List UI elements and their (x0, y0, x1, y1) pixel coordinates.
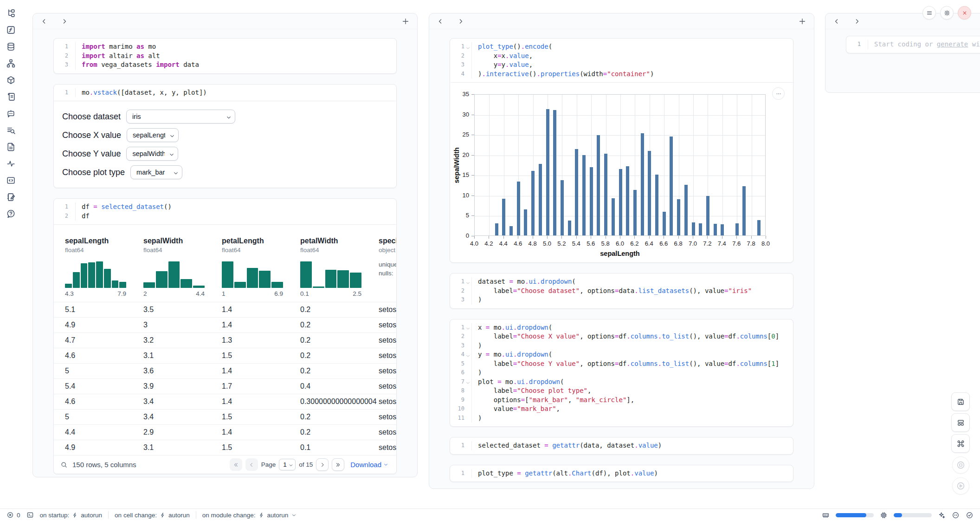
code-editor[interactable]: 1plot_type().encode(2 x=x.value,3 y=y.va… (450, 39, 793, 82)
code-line[interactable]: 1plot_type().encode( (450, 42, 793, 52)
column-prev-button[interactable] (437, 18, 444, 25)
sidebar-activity-pulse-button[interactable] (6, 159, 16, 169)
code-line[interactable]: 4).interactive().properties(width="conta… (450, 70, 793, 79)
column-header-petalWidth[interactable]: petalWidthfloat640.12.5 (300, 237, 379, 302)
code-line[interactable]: 7plot = mo.ui.dropdown( (450, 378, 793, 387)
column-prev-button[interactable] (40, 18, 48, 25)
code-editor[interactable]: 1x = mo.ui.dropdown(2 label="Choose X va… (450, 319, 793, 427)
sidebar-document-button[interactable] (6, 142, 16, 152)
code-line[interactable]: 8 label="Choose plot type", (450, 386, 793, 396)
sidebar-database-button[interactable] (6, 42, 16, 52)
sidebar-notebook-pencil-button[interactable] (6, 192, 16, 202)
on-cell-change-setting[interactable]: on cell change: autorun (115, 512, 190, 519)
add-cell-button[interactable] (798, 17, 806, 26)
code-line[interactable]: 1plot_type = getattr(alt.Chart(df), plot… (450, 469, 793, 478)
code-line[interactable]: 1x = mo.ui.dropdown( (450, 323, 793, 332)
 (465, 335, 471, 339)
code-editor[interactable]: 1dataset = mo.ui.dropdown(2 label="Choos… (450, 274, 793, 308)
settings-button[interactable] (940, 6, 954, 20)
table-cell: 0.30000000000000004 (300, 397, 379, 406)
first-page-button[interactable] (230, 458, 242, 471)
code-line[interactable]: 1import marimo as mo (54, 42, 396, 52)
chart-y-tick-label: 30 (450, 111, 469, 118)
code-editor[interactable]: 1 Start coding or generate with AI (846, 36, 980, 53)
table-cell: 3.1 (143, 443, 222, 452)
code-line[interactable]: 3 y=y.value, (450, 60, 793, 70)
save-button[interactable] (951, 392, 970, 411)
add-cell-button[interactable] (401, 17, 410, 26)
sidebar-list-search-button[interactable] (6, 125, 16, 135)
sidebar-chat-bot-button[interactable] (6, 109, 16, 118)
code-line[interactable]: 2 x=x.value, (450, 52, 793, 61)
sidebar-help-circle-button[interactable] (6, 209, 16, 219)
run-button[interactable] (952, 477, 969, 495)
chart-bar (626, 166, 629, 235)
chart-bar (670, 137, 673, 235)
layout-button[interactable] (951, 413, 970, 432)
sidebar-package-box-button[interactable] (6, 75, 16, 85)
chart-plot-area[interactable] (474, 94, 766, 236)
close-app-button[interactable] (958, 6, 971, 20)
code-line[interactable]: 1 Start coding or generate with AI (846, 40, 980, 49)
choose-y-value-select[interactable]: sepalWidth (126, 147, 178, 161)
code-line[interactable]: 5 label="Choose Y value", options=df.col… (450, 359, 793, 369)
ai-assistant-button[interactable] (938, 511, 946, 519)
code-line[interactable]: 2import altair as alt (54, 52, 396, 61)
prev-page-button[interactable] (245, 458, 258, 471)
sidebar-code-snippet-button[interactable] (6, 176, 16, 185)
terminal-button[interactable] (26, 511, 34, 519)
table-cell: 1.4 (222, 306, 300, 314)
code-line[interactable]: 10 value="mark_bar", (450, 404, 793, 414)
on-startup-setting[interactable]: on startup: autorun (40, 512, 103, 519)
code-line[interactable]: 3from vega_datasets import data (54, 60, 396, 70)
search-icon[interactable] (60, 461, 68, 469)
code-line[interactable]: 2 label="Choose dataset", options=data.l… (450, 287, 793, 296)
chart-x-tick-label: 8.0 (758, 240, 774, 247)
code-line[interactable]: 1df = selected_dataset() (54, 202, 396, 212)
column-header-sepalWidth[interactable]: sepalWidthfloat6424.4 (143, 237, 222, 302)
column-header-species[interactable]: speciesobjectuniquenulls: (379, 237, 396, 302)
code-editor[interactable]: 1mo.vstack([dataset, x, y, plot]) (54, 85, 396, 101)
code-line[interactable]: 3) (450, 295, 793, 305)
copilot-button[interactable] (952, 511, 960, 519)
sidebar-scroll-button[interactable] (6, 92, 16, 102)
code-line[interactable]: 9 options=["mark_bar", "mark_circle"], (450, 396, 793, 405)
sidebar-dependency-graph-button[interactable] (6, 59, 16, 68)
column-next-button[interactable] (61, 18, 68, 25)
code-line[interactable]: 2 label="Choose X value", options=df.col… (450, 332, 793, 341)
menu-button[interactable] (922, 6, 936, 20)
page-select[interactable]: 1 (279, 459, 296, 470)
choose-dataset-select[interactable]: iris (126, 110, 235, 124)
next-page-button[interactable] (316, 458, 329, 471)
command-palette-button[interactable] (951, 434, 970, 453)
code-line[interactable]: 1mo.vstack([dataset, x, y, plot]) (54, 88, 396, 98)
column-next-button[interactable] (457, 18, 464, 25)
last-page-button[interactable] (332, 458, 344, 471)
code-line[interactable]: 4y = mo.ui.dropdown( (450, 350, 793, 359)
code-line[interactable]: 1selected_dataset = getattr(data, datase… (450, 441, 793, 450)
table-summary: 150 rows, 5 columns (72, 461, 136, 469)
code-line[interactable]: 2df (54, 212, 396, 221)
code-editor[interactable]: 1import marimo as mo2import altair as al… (54, 39, 396, 73)
sidebar-function-square-button[interactable] (6, 25, 16, 35)
column-header-sepalLength[interactable]: sepalLengthfloat644.37.9 (65, 237, 143, 302)
code-editor[interactable]: 1selected_dataset = getattr(data, datase… (450, 437, 793, 454)
code-line[interactable]: 6) (450, 368, 793, 378)
choose-x-value-select[interactable]: sepalLength (127, 128, 179, 142)
error-indicator[interactable]: 0 (6, 511, 20, 519)
code-editor[interactable]: 1plot_type = getattr(alt.Chart(df), plot… (450, 465, 793, 482)
code-editor[interactable]: 1df = selected_dataset()2df (54, 199, 396, 224)
download-button[interactable]: Download (350, 461, 389, 469)
column-header-petalLength[interactable]: petalLengthfloat6416.9 (222, 237, 300, 302)
column-prev-button[interactable] (833, 18, 840, 25)
on-module-change-setting[interactable]: on module change: autorun (202, 512, 297, 519)
code-line[interactable]: 11) (450, 414, 793, 423)
chart-actions-button[interactable] (772, 87, 785, 100)
sidebar-file-tree-button[interactable] (6, 8, 16, 18)
code-line[interactable]: 3) (450, 341, 793, 351)
stop-button[interactable] (952, 456, 969, 474)
column-next-button[interactable] (853, 18, 861, 25)
choose-plot-type-select[interactable]: mark_bar (130, 165, 182, 179)
connection-status-button[interactable] (966, 511, 974, 519)
code-line[interactable]: 1dataset = mo.ui.dropdown( (450, 277, 793, 287)
